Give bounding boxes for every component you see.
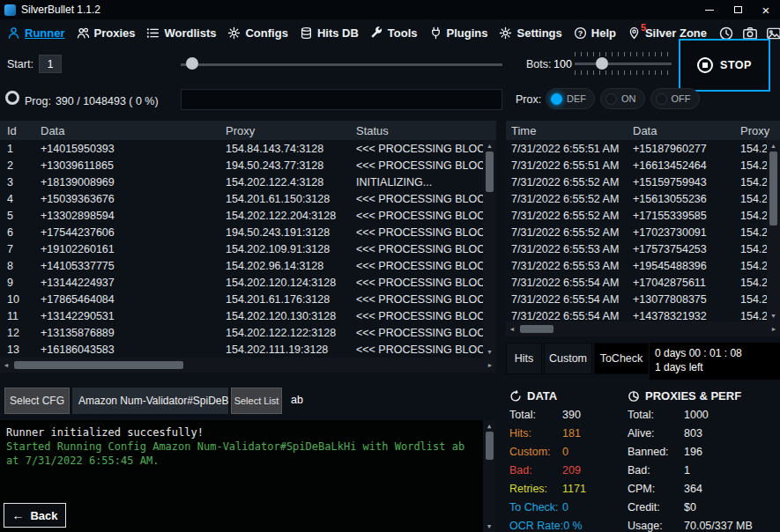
- table-row[interactable]: 2 +13039611865 194.50.243.77:3128 <<< PR…: [0, 157, 483, 174]
- tab-tocheck[interactable]: ToCheck: [594, 343, 649, 374]
- nav-runner[interactable]: Runner: [7, 26, 65, 40]
- maximize-button[interactable]: [724, 0, 752, 19]
- start-label: Start:: [7, 58, 33, 70]
- scroll-left-icon[interactable]: ◄: [506, 321, 518, 336]
- window-controls: ×: [695, 0, 780, 19]
- slider-thumb[interactable]: [596, 57, 608, 70]
- table-row[interactable]: 7/31/2022 6:55:52 AM +15159759943 154.20: [506, 174, 767, 190]
- scroll-right-icon[interactable]: ►: [484, 358, 496, 373]
- scroll-down-icon[interactable]: ▼: [483, 521, 495, 532]
- col-id: Id: [7, 124, 41, 137]
- elapsed-time: 0 days 00 : 01 : 08: [655, 346, 775, 360]
- people-icon: [77, 26, 90, 40]
- selected-wordlist-name: ab: [291, 394, 303, 406]
- table-row[interactable]: 8 +14105337775 154.202.96.14:3128 <<< PR…: [0, 257, 483, 274]
- tab-hits[interactable]: Hits: [506, 343, 542, 374]
- scrollbar-thumb[interactable]: [769, 151, 777, 225]
- nav-wordlists[interactable]: Wordlists: [146, 26, 216, 40]
- vertical-scrollbar[interactable]: ▲ ▼: [483, 420, 495, 532]
- scroll-up-icon[interactable]: ▲: [483, 420, 495, 432]
- table-row[interactable]: 3 +18139008969 154.202.122.4:3128 INITIA…: [0, 174, 483, 190]
- col-data: Data: [633, 124, 740, 137]
- col-data: Data: [41, 124, 226, 137]
- bots-table: Id Data Proxy Status 1 +14015950393 154.…: [0, 121, 496, 373]
- stat-line: Credit: $0: [628, 498, 780, 516]
- nav-tools[interactable]: Tools: [370, 26, 418, 40]
- nav-plugins[interactable]: Plugins: [429, 26, 488, 40]
- nav-silver-zone[interactable]: 5 Silver Zone: [628, 26, 707, 40]
- proxy-mode-def[interactable]: DEF: [546, 88, 595, 109]
- table-row[interactable]: 7/31/2022 6:55:54 AM +17042875611 154.20: [506, 274, 767, 291]
- table-row[interactable]: 9 +13144224937 154.202.120.124:3128 <<< …: [0, 274, 483, 291]
- nav-proxies[interactable]: Proxies: [77, 26, 136, 40]
- stat-line: Alive: 803: [628, 424, 780, 442]
- table-row[interactable]: 6 +17544237606 194.50.243.191:3128 <<< P…: [0, 224, 483, 240]
- minimize-button[interactable]: [695, 0, 724, 19]
- vertical-scrollbar[interactable]: ▲ ▼: [483, 140, 496, 358]
- select-wordlist-button[interactable]: Select List: [231, 388, 282, 414]
- slider-thumb[interactable]: [186, 57, 198, 70]
- scroll-left-icon[interactable]: ◄: [0, 358, 12, 373]
- horizontal-scrollbar[interactable]: ◄ ►: [506, 321, 780, 336]
- database-icon: [300, 26, 313, 40]
- proxy-mode-off[interactable]: OFF: [650, 88, 700, 109]
- table-row[interactable]: 10 +17865464084 154.201.61.176:3128 <<< …: [0, 291, 483, 307]
- scrollbar-thumb[interactable]: [14, 361, 183, 369]
- table-row[interactable]: 11 +13142290531 154.202.120.130:3128 <<<…: [0, 307, 483, 324]
- table-row[interactable]: 13 +16186043583 154.202.111.19:3128 <<< …: [0, 341, 483, 358]
- scroll-up-icon[interactable]: ▲: [767, 140, 780, 151]
- table-row[interactable]: 7/31/2022 6:55:54 AM +13077808375 154.20: [506, 291, 767, 307]
- maximize-icon: [734, 6, 742, 13]
- table-row[interactable]: 7 +19102260161 154.202.109.91:3128 <<< P…: [0, 240, 483, 257]
- back-button[interactable]: ← Back: [4, 503, 66, 528]
- nav-help[interactable]: ? Help: [574, 26, 616, 40]
- table-row[interactable]: 1 +14015950393 154.84.143.74:3128 <<< PR…: [0, 140, 483, 157]
- slider-ticks: [575, 52, 672, 56]
- minimize-icon: [705, 10, 714, 11]
- proxy-mode-on[interactable]: ON: [600, 88, 645, 109]
- vertical-scrollbar[interactable]: ▲ ▼: [767, 140, 780, 321]
- table-row[interactable]: 7/31/2022 6:55:54 AM +14378321932 154.20: [506, 307, 767, 321]
- table-row[interactable]: 5 +13302898594 154.202.122.204:3128 <<< …: [0, 207, 483, 224]
- close-button[interactable]: ×: [752, 0, 780, 19]
- nav-settings[interactable]: Settings: [499, 26, 561, 40]
- led-off-icon: [605, 93, 617, 105]
- table-row[interactable]: 7/31/2022 6:55:51 AM +16613452464 154.20: [506, 157, 767, 174]
- start-input[interactable]: [39, 55, 62, 73]
- nav-configs[interactable]: Configs: [227, 26, 287, 40]
- silver-zone-badge: 5: [641, 22, 646, 33]
- scroll-right-icon[interactable]: ►: [768, 321, 780, 336]
- slider-track: [181, 63, 502, 66]
- scroll-up-icon[interactable]: ▲: [483, 140, 496, 151]
- table-row[interactable]: 7/31/2022 6:55:52 AM +17023730091 154.20: [506, 224, 767, 240]
- panel-title: DATA: [527, 389, 557, 403]
- app-icon: [4, 4, 16, 16]
- table-row[interactable]: 7/31/2022 6:55:53 AM +19545488396 154.20: [506, 257, 767, 274]
- table-row[interactable]: 7/31/2022 6:55:52 AM +15613055236 154.20: [506, 190, 767, 207]
- scroll-down-icon[interactable]: ▼: [767, 310, 780, 321]
- led-on-icon: [551, 93, 562, 105]
- scroll-down-icon[interactable]: ▼: [483, 346, 496, 358]
- scrollbar-thumb[interactable]: [520, 325, 553, 333]
- stop-button[interactable]: STOP: [679, 39, 770, 92]
- horizontal-scrollbar[interactable]: ◄ ►: [0, 358, 496, 373]
- progress-ring-icon: [5, 91, 19, 105]
- bots-slider[interactable]: [575, 52, 672, 75]
- nav-hits-db[interactable]: Hits DB: [300, 26, 359, 40]
- bots-table-header: Id Data Proxy Status: [0, 121, 496, 140]
- tab-custom[interactable]: Custom: [544, 343, 592, 374]
- scrollbar-thumb[interactable]: [486, 151, 494, 192]
- col-status: Status: [356, 124, 496, 137]
- app-window: SilverBullet 1.1.2 × Runner Proxies Word…: [0, 0, 780, 532]
- start-slider[interactable]: [181, 56, 502, 72]
- table-row[interactable]: 12 +13135876889 154.202.122.122:3128 <<<…: [0, 324, 483, 341]
- scrollbar-thumb[interactable]: [486, 432, 494, 460]
- sync-circle-icon: [509, 390, 522, 403]
- table-row[interactable]: 4 +15039363676 154.201.61.150:3128 <<< P…: [0, 190, 483, 207]
- select-config-button[interactable]: Select CFG: [4, 388, 70, 414]
- table-row[interactable]: 7/31/2022 6:55:52 AM +17155339585 154.20: [506, 207, 767, 224]
- table-row[interactable]: 7/31/2022 6:55:51 AM +15187960277 154.20: [506, 140, 767, 157]
- table-row[interactable]: 7/31/2022 6:55:53 AM +17573754253 154.20: [506, 240, 767, 257]
- progress-readout: Prog: 390 / 1048493 ( 0 %): [25, 95, 159, 107]
- col-proxy: Proxy: [226, 124, 356, 137]
